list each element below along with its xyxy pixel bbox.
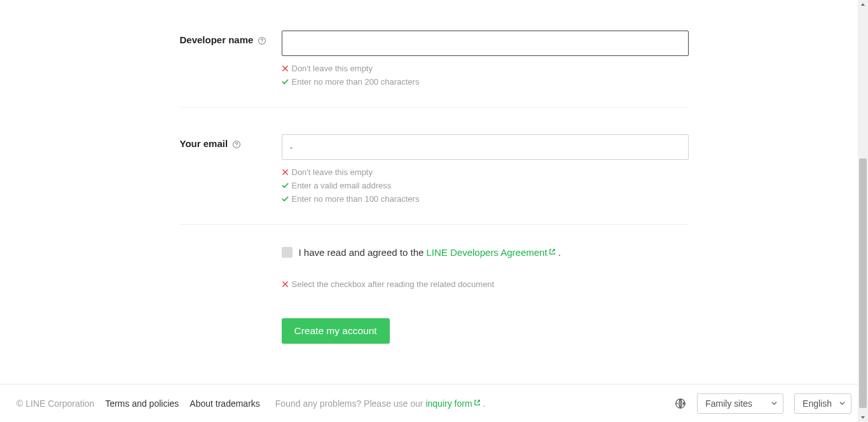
create-account-button[interactable]: Create my account: [282, 318, 390, 344]
developer-name-label: Developer name: [180, 34, 254, 45]
developer-name-validations: Don't leave this empty Enter no more tha…: [282, 64, 689, 87]
developer-name-input[interactable]: [282, 31, 689, 56]
validation-text: Select the checkbox after reading the re…: [292, 279, 495, 289]
help-icon[interactable]: [232, 140, 241, 149]
language-dropdown[interactable]: English: [794, 393, 851, 414]
copyright: © LINE Corporation: [17, 398, 94, 409]
scroll-thumb[interactable]: [859, 158, 867, 407]
agreement-text: I have read and agreed to the LINE Devel…: [299, 246, 561, 258]
svg-point-3: [237, 146, 237, 146]
x-icon: [282, 169, 289, 176]
family-sites-dropdown[interactable]: Family sites: [697, 393, 783, 414]
validation-text: Enter no more than 200 characters: [292, 77, 420, 87]
external-link-icon: [474, 398, 481, 405]
email-label: Your email: [180, 138, 228, 149]
scroll-up-arrow[interactable]: [858, 0, 868, 10]
footer: © LINE Corporation Terms and policies Ab…: [0, 384, 868, 422]
developer-name-row: Developer name Don't leave this empty: [180, 25, 689, 108]
check-icon: [282, 182, 289, 189]
agreement-checkbox[interactable]: [282, 247, 293, 258]
validation-text: Enter no more than 100 characters: [292, 194, 420, 204]
dropdown-label: Family sites: [705, 398, 752, 409]
chevron-down-icon: [839, 400, 845, 406]
inquiry-form-link[interactable]: inquiry form: [425, 398, 480, 409]
external-link-icon: [549, 246, 556, 253]
svg-point-1: [262, 42, 263, 43]
email-row: Your email Don't leave this empty: [180, 129, 689, 225]
help-icon[interactable]: [258, 36, 266, 45]
footer-terms-link[interactable]: Terms and policies: [105, 398, 179, 409]
globe-icon[interactable]: [675, 398, 686, 409]
x-icon: [282, 65, 289, 72]
validation-text: Don't leave this empty: [292, 167, 373, 177]
validation-text: Enter a valid email address: [292, 181, 392, 190]
email-input[interactable]: [282, 134, 689, 160]
agreement-row: I have read and agreed to the LINE Devel…: [180, 246, 689, 289]
validation-text: Don't leave this empty: [292, 64, 373, 73]
check-icon: [282, 78, 289, 85]
agreement-link[interactable]: LINE Developers Agreement: [426, 247, 555, 258]
dropdown-label: English: [803, 398, 832, 409]
x-icon: [282, 281, 289, 288]
inquiry-text: Found any problems? Please use our inqui…: [275, 398, 486, 409]
email-validations: Don't leave this empty Enter a valid ema…: [282, 167, 689, 204]
footer-trademarks-link[interactable]: About trademarks: [189, 398, 260, 409]
chevron-down-icon: [771, 400, 777, 406]
scroll-down-arrow[interactable]: [858, 412, 868, 422]
check-icon: [282, 195, 289, 202]
scrollbar[interactable]: [858, 0, 868, 422]
